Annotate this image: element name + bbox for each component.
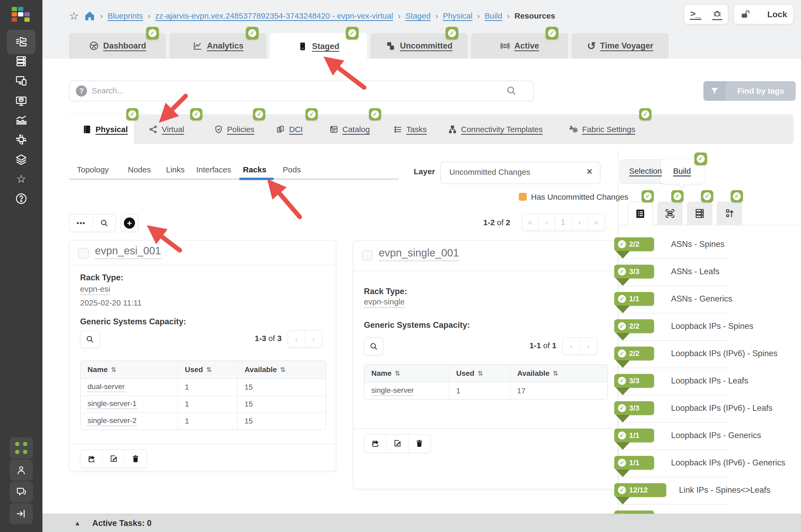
debug-bug-icon[interactable]	[712, 8, 722, 20]
search-help-icon[interactable]: ?	[76, 86, 87, 97]
view-tab-pods[interactable]: Pods	[283, 164, 301, 175]
column-header-available[interactable]: Available⇅	[510, 365, 607, 382]
cell-name[interactable]: dual-server	[81, 379, 178, 395]
breadcrumb-build[interactable]: Build	[484, 12, 502, 20]
cell-name[interactable]: single-server	[364, 383, 449, 399]
user-profile-button[interactable]	[9, 459, 33, 480]
prev-page-button[interactable]: ‹	[539, 214, 555, 230]
breadcrumb-physical[interactable]: Physical	[443, 12, 472, 20]
sidebar-item-devices[interactable]	[15, 55, 27, 68]
search-racks-button[interactable]	[93, 214, 115, 231]
build-item-label[interactable]: Loopback IPs (IPv6) - Generics	[671, 457, 785, 469]
rack-type-value[interactable]: evpn-single	[364, 297, 404, 308]
home-icon[interactable]	[84, 10, 95, 22]
prev-page-button[interactable]: ‹	[288, 331, 305, 347]
build-item-label[interactable]: Link IPs - Spines<>Leafs	[679, 484, 770, 496]
panel-tab-selection[interactable]: Selection	[629, 167, 662, 175]
apps-grid-button[interactable]	[9, 437, 33, 458]
view-tab-links[interactable]: Links	[166, 164, 185, 175]
tab-time-voyager[interactable]: ↺ Time Voyager	[572, 33, 669, 59]
build-item-label[interactable]: ASNs - Generics	[671, 293, 732, 305]
build-tab-config-push[interactable]	[717, 202, 742, 225]
clear-layer-icon[interactable]: ×	[587, 166, 592, 177]
build-item-badge: ✓3/3	[614, 401, 654, 415]
column-header-used[interactable]: Used⇅	[449, 365, 510, 382]
search-icon[interactable]	[506, 85, 517, 97]
sub-tab-catalog[interactable]: Catalog	[329, 123, 370, 135]
build-tab-devices[interactable]	[687, 202, 712, 225]
build-item-label[interactable]: Loopback IPs (IPv6) - Leafs	[671, 402, 773, 414]
sidebar-item-design[interactable]	[15, 74, 27, 87]
rack-title[interactable]: evpn_esi_001	[95, 245, 161, 259]
last-page-button[interactable]: »	[588, 214, 605, 230]
view-tab-topology[interactable]: Topology	[77, 164, 109, 175]
delete-rack-button[interactable]	[125, 450, 147, 468]
column-header-name[interactable]: Name⇅	[81, 361, 178, 378]
build-item-label[interactable]: Loopback IPs (IPv6) - Spines	[671, 348, 777, 359]
collapse-sidebar-button[interactable]	[9, 503, 33, 524]
rack-type-value[interactable]: evpn-esi	[80, 285, 110, 295]
feedback-chat-button[interactable]	[9, 481, 33, 502]
sub-tab-fabric-settings[interactable]: Fabric Settings	[569, 123, 635, 135]
capacity-search-button[interactable]	[81, 331, 99, 348]
sub-tab-policies-label: Policies	[227, 125, 254, 134]
view-tab-interfaces[interactable]: Interfaces	[196, 164, 231, 175]
breadcrumb-staged[interactable]: Staged	[405, 12, 431, 20]
view-tab-nodes[interactable]: Nodes	[128, 164, 151, 175]
breadcrumb-blueprints[interactable]: Blueprints	[108, 12, 143, 20]
next-page-button[interactable]: ›	[572, 214, 588, 230]
next-page-button[interactable]: ›	[305, 331, 322, 347]
first-page-button[interactable]: «	[522, 214, 539, 230]
column-header-name[interactable]: Name⇅	[364, 365, 449, 382]
build-item-label[interactable]: Loopback IPs - Leafs	[671, 375, 748, 387]
active-tasks-bar[interactable]: ▲ Active Tasks: 0	[42, 514, 801, 532]
breadcrumb-blueprint-name[interactable]: zz-ajarvis-evpn.vex.2485377892354-374324…	[155, 12, 393, 20]
rack-checkbox[interactable]	[78, 248, 89, 259]
search-input[interactable]	[92, 82, 490, 99]
sidebar-item-blueprints[interactable]	[15, 36, 27, 48]
capacity-search-button[interactable]	[364, 338, 383, 355]
build-item-label[interactable]: Loopback IPs - Generics	[671, 430, 761, 441]
sub-tab-connectivity-templates[interactable]: Connectivity Templates	[448, 123, 543, 135]
sub-tab-tasks[interactable]: Tasks	[393, 123, 427, 135]
build-item-label[interactable]: Loopback IPs - Spines	[671, 320, 753, 332]
sidebar-item-external-systems[interactable]	[15, 133, 27, 146]
view-tab-racks[interactable]: Racks	[243, 164, 266, 175]
rack-checkbox[interactable]	[362, 250, 373, 261]
app-logo[interactable]	[12, 7, 31, 22]
sub-tab-physical[interactable]: Physical	[82, 123, 128, 135]
cell-name[interactable]: single-server-2	[81, 413, 178, 429]
prev-page-button[interactable]: ‹	[563, 338, 580, 354]
export-rack-button[interactable]	[81, 450, 103, 468]
build-tab-resources-list[interactable]	[628, 202, 653, 225]
cell-name[interactable]: single-server-1	[81, 396, 178, 412]
page-number-button[interactable]: 1	[555, 214, 571, 230]
sub-tab-policies[interactable]: Policies	[214, 123, 254, 135]
column-header-used[interactable]: Used⇅	[178, 361, 237, 378]
sidebar-item-analytics[interactable]	[15, 114, 27, 126]
lock-button[interactable]: Lock	[733, 4, 794, 24]
build-tab-device-profiles[interactable]	[657, 202, 683, 225]
capacity-search-group	[80, 330, 100, 348]
sub-tab-virtual[interactable]: Virtual	[149, 123, 184, 135]
export-rack-button[interactable]	[364, 435, 386, 452]
build-item-label[interactable]: ASNs - Spines	[671, 239, 725, 250]
sidebar-item-help[interactable]	[15, 192, 27, 205]
sidebar-item-resources[interactable]	[15, 94, 27, 107]
more-actions-button[interactable]: •••	[70, 214, 93, 231]
edit-rack-button[interactable]	[103, 450, 125, 468]
favorite-star-icon[interactable]: ☆	[69, 10, 79, 22]
panel-tab-build[interactable]: Build	[673, 167, 691, 175]
build-item-label[interactable]: ASNs - Leafs	[671, 266, 720, 278]
sidebar-item-favorites[interactable]: ☆	[15, 172, 27, 185]
next-page-button[interactable]: ›	[580, 338, 597, 354]
sub-tab-dci[interactable]: DCI	[276, 123, 303, 135]
column-header-available[interactable]: Available⇅	[237, 361, 326, 378]
add-rack-button[interactable]: +	[121, 214, 138, 231]
delete-rack-button[interactable]	[409, 435, 430, 452]
edit-rack-button[interactable]	[386, 435, 408, 452]
rack-title[interactable]: evpn_single_001	[379, 247, 459, 261]
sidebar-item-platform[interactable]	[15, 153, 27, 166]
terminal-icon[interactable]: >_	[690, 9, 701, 20]
find-by-tags-button[interactable]: Find by tags	[703, 81, 796, 101]
